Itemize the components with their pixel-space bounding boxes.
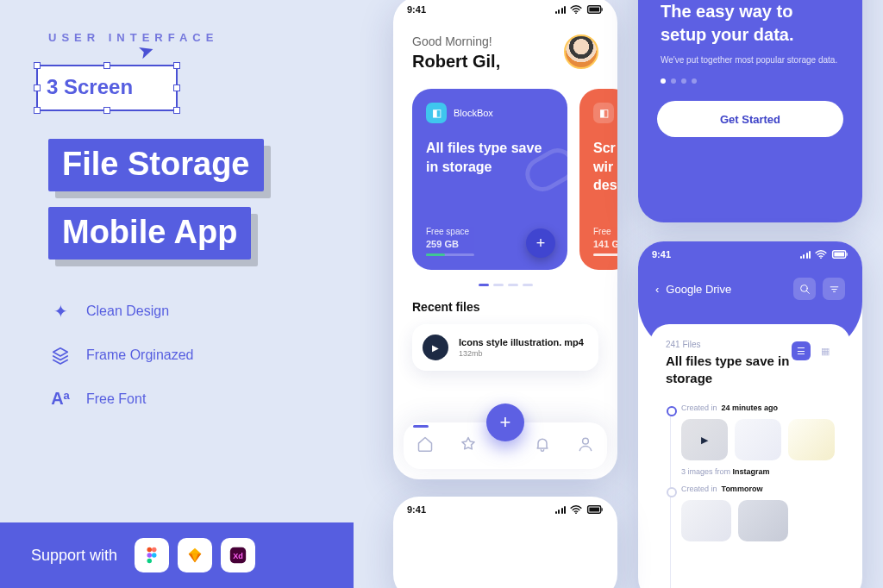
card-brand: BlockBox <box>454 108 493 118</box>
support-label: Support with <box>31 547 117 565</box>
timeline-item[interactable]: Created in Tommorow <box>681 485 835 541</box>
feature-free-font: Aa Free Font <box>48 389 348 409</box>
status-icons <box>555 505 604 514</box>
headline: File Storage Mobile App <box>48 139 348 275</box>
pager-dots[interactable] <box>661 78 840 84</box>
view-grid-button[interactable]: ▦ <box>816 341 835 360</box>
search-button[interactable] <box>793 278 816 300</box>
svg-point-4 <box>147 559 153 564</box>
sketch-icon <box>178 538 212 572</box>
fab-add[interactable]: + <box>486 403 524 441</box>
promo-panel: USER INTERFACE ➤ 3 Screen File Storage M… <box>0 0 379 588</box>
status-bar: 9:41 <box>393 497 617 522</box>
wifi-icon <box>570 5 582 14</box>
tab-notifications[interactable] <box>534 435 551 457</box>
storage-cards[interactable]: ◧BlockBox All files type save in storage… <box>393 72 617 270</box>
svg-rect-20 <box>602 508 603 510</box>
tab-favorites[interactable] <box>460 435 477 457</box>
card-meta-value: 141 GB <box>593 239 617 249</box>
wifi-icon <box>570 505 582 514</box>
svg-point-12 <box>820 257 822 259</box>
timeline-item[interactable]: Created in 24 minutes ago 3 images from … <box>681 403 835 476</box>
battery-icon <box>586 505 604 514</box>
svg-rect-9 <box>589 8 599 12</box>
thumbnail[interactable] <box>738 500 788 541</box>
recent-heading: Recent files <box>412 300 598 314</box>
svg-point-1 <box>152 547 157 553</box>
onboarding-headline: The easy way to setup your data. <box>661 0 840 47</box>
svg-point-17 <box>575 512 577 514</box>
svg-point-11 <box>583 438 589 444</box>
svg-rect-19 <box>589 508 599 512</box>
feature-label: Clean Design <box>86 303 169 319</box>
recent-file[interactable]: ▶ Icons style illustration. mp4 132mb <box>412 324 598 371</box>
feature-frame-organized: Frame Orginazed <box>48 346 348 365</box>
thumbnail[interactable] <box>681 500 731 541</box>
avatar[interactable] <box>564 34 598 69</box>
card-blockbox[interactable]: ◧BlockBox All files type save in storage… <box>412 89 567 270</box>
get-started-button[interactable]: Get Started <box>657 101 843 137</box>
timeline: Created in 24 minutes ago 3 images from … <box>666 403 835 541</box>
battery-icon <box>586 5 604 14</box>
username: Robert Gil, <box>412 52 500 72</box>
card-secondary[interactable]: ◧ Scr wir des Free 141 GB <box>579 89 617 270</box>
play-icon[interactable]: ▶ <box>423 335 448 360</box>
status-time: 9:41 <box>652 249 671 260</box>
thumbnail[interactable] <box>788 419 835 460</box>
card-meta-label: Free space <box>426 227 474 236</box>
filter-button[interactable] <box>823 278 845 300</box>
tab-profile[interactable] <box>577 435 594 457</box>
drive-panel: 241 Files All files type save in storage… <box>650 324 850 588</box>
kicker: USER INTERFACE <box>48 31 348 44</box>
svg-point-0 <box>147 547 153 553</box>
status-time: 9:41 <box>407 4 426 15</box>
card-add-button[interactable]: + <box>526 228 555 258</box>
status-bar: 9:41 <box>638 241 862 267</box>
svg-rect-10 <box>602 8 603 10</box>
phone-home: 9:41 Good Morning! Robert Gil, ◧BlockBox… <box>393 0 617 479</box>
greeting: Good Morning! <box>412 34 500 48</box>
tab-home[interactable] <box>416 435 434 457</box>
svg-point-7 <box>575 12 577 14</box>
feature-clean-design: ✦ Clean Design <box>48 301 348 322</box>
cellular-icon <box>555 5 567 14</box>
cellular-icon <box>555 505 567 514</box>
status-icons <box>800 250 849 259</box>
feature-list: ✦ Clean Design Frame Orginazed Aa Free F… <box>48 301 348 409</box>
thumbnail[interactable] <box>735 419 781 460</box>
phone-peek: 9:41 <box>393 497 617 588</box>
headline-line-2: Mobile App <box>48 207 251 260</box>
card-progress <box>593 253 617 256</box>
thumbnail-video[interactable] <box>681 419 728 460</box>
status-bar: 9:41 <box>393 0 617 22</box>
tab-bar: + . <box>404 422 607 469</box>
wifi-icon <box>815 250 827 259</box>
layers-icon <box>48 346 72 365</box>
svg-point-2 <box>147 553 153 558</box>
support-bar: Support with Xd <box>0 522 354 588</box>
drive-heading: All files type save in storage <box>666 353 812 386</box>
card-meta-value: 259 GB <box>426 239 474 249</box>
card-title: Scr wir des <box>593 139 617 195</box>
status-time: 9:41 <box>407 504 426 515</box>
font-icon: Aa <box>48 389 72 409</box>
phone-onboarding: The easy way to setup your data. We've p… <box>638 0 862 222</box>
selection-badge: ➤ 3 Screen <box>48 58 348 120</box>
file-size: 132mb <box>459 349 584 358</box>
onboarding-sub: We've put together most popular storage … <box>661 55 840 65</box>
status-icons <box>555 5 604 14</box>
sparkle-icon: ✦ <box>48 301 72 322</box>
back-button[interactable]: ‹ Google Drive <box>655 283 731 296</box>
figma-icon <box>135 538 169 572</box>
card-progress <box>426 253 474 256</box>
feature-label: Free Font <box>86 391 146 407</box>
file-name: Icons style illustration. mp4 <box>459 337 584 347</box>
cube-icon: ◧ <box>593 103 614 123</box>
headline-line-1: File Storage <box>48 139 264 191</box>
svg-rect-14 <box>834 253 844 257</box>
feature-label: Frame Orginazed <box>86 347 194 363</box>
view-list-button[interactable]: ☰ <box>792 341 811 360</box>
cellular-icon <box>800 250 811 259</box>
chevron-left-icon: ‹ <box>655 283 659 296</box>
svg-point-3 <box>152 553 157 558</box>
